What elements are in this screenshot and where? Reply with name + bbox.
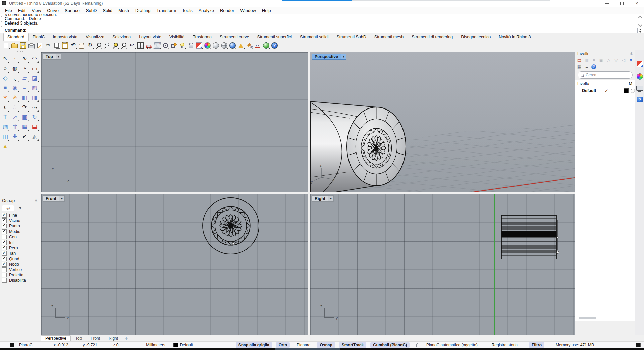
trim-tool-icon[interactable]: ◧	[20, 93, 30, 102]
cylinder-tool-icon[interactable]: ◒	[20, 83, 30, 93]
minimize-button[interactable]	[600, 0, 614, 7]
spray-tool-icon[interactable]: ▲	[0, 141, 10, 151]
osnap-option[interactable]: Disabilita	[2, 278, 40, 283]
status-item[interactable]: Filtro	[529, 342, 544, 348]
viewport-menu-icon[interactable]: ▼	[328, 195, 334, 202]
restore-button[interactable]	[614, 0, 629, 7]
close-button[interactable]: ×	[629, 0, 644, 7]
command-history[interactable]: 3 curves added to selection. Command: _D…	[5, 14, 635, 27]
right-canvas[interactable]	[310, 194, 575, 335]
osnap-gear-icon[interactable]: ✱	[34, 198, 38, 203]
viewport-tab[interactable]: Perspective	[41, 335, 71, 341]
zoom-extents-icon[interactable]	[119, 42, 127, 50]
shaded-viewport-icon[interactable]	[212, 42, 220, 50]
status-toggle[interactable]: Orto	[276, 342, 290, 348]
toolbar-tab[interactable]: Strumenti curve	[216, 33, 253, 41]
osnap-checkbox[interactable]	[2, 229, 7, 234]
properties-tab-icon[interactable]	[637, 73, 643, 80]
toolbar-tab[interactable]: Seleziona	[108, 33, 135, 41]
solid-edit-tool-icon[interactable]: ▧	[0, 122, 10, 132]
layers-icon[interactable]	[195, 42, 203, 50]
toolbar-tab[interactable]: Layout viste	[135, 33, 165, 41]
menu-item[interactable]: Solid	[100, 8, 115, 13]
fillet-tool-icon[interactable]: ◟	[10, 73, 20, 83]
osnap-checkbox[interactable]	[2, 251, 7, 256]
layer-row[interactable]: Default ✓	[575, 87, 635, 94]
toolbar-tab[interactable]: Strumenti solidi	[296, 33, 332, 41]
toolbar-tab[interactable]: Visibilità	[165, 33, 189, 41]
menu-item[interactable]: Tools	[179, 8, 195, 13]
extract-tool-icon[interactable]: ✳	[10, 93, 20, 102]
viewport-top-label[interactable]: Top ▼	[43, 54, 61, 60]
layer-menu-icon[interactable]: ≡	[584, 64, 589, 69]
point-marker[interactable]	[232, 243, 234, 245]
boolean-tool-icon[interactable]: ◐	[0, 102, 10, 112]
copy-tool-icon[interactable]: ▣	[20, 112, 30, 122]
layers-tab-icon[interactable]	[637, 61, 643, 67]
delete-layer-icon[interactable]: ✕	[591, 58, 597, 63]
viewport-perspective[interactable]: z x y Perspective ▼	[310, 52, 576, 192]
curved-surface-tool-icon[interactable]: ◪	[30, 73, 39, 83]
osnap-option[interactable]: Proietta	[2, 272, 40, 278]
new-sublayer-icon[interactable]: ▥	[584, 58, 589, 63]
filter-layers-icon[interactable]: ▼	[628, 58, 634, 63]
viewport-right[interactable]: Right ▼ z y	[310, 194, 576, 335]
point-cloud-tool-icon[interactable]: ∴	[10, 102, 20, 112]
wireframe-viewport-icon[interactable]	[220, 42, 228, 50]
menu-item[interactable]: Help	[259, 8, 274, 13]
status-toggle[interactable]: Planare	[294, 342, 313, 348]
osnap-option[interactable]: Punto	[2, 223, 40, 229]
status-item[interactable]: PianoC automatico (oggetto)	[424, 342, 480, 348]
osnap-option[interactable]: Int	[2, 240, 40, 245]
rotate-tool-icon[interactable]: ↻	[30, 112, 39, 122]
viewport-right-label[interactable]: Right ▼	[312, 195, 334, 202]
toolbar-tab[interactable]: Trasforma	[189, 33, 216, 41]
duplicate-layer-icon[interactable]: ▣	[599, 58, 604, 63]
check-tool-icon[interactable]: ✔	[20, 132, 30, 141]
osnap-checkbox[interactable]	[2, 218, 7, 223]
command-spinner[interactable]	[637, 28, 643, 33]
toolbar-tab[interactable]: Strumenti SubD	[333, 33, 370, 41]
annotation-square-icon[interactable]	[10, 343, 14, 347]
open-file-icon[interactable]	[10, 42, 18, 50]
viewport-front[interactable]: Front ▼ z x	[41, 194, 308, 335]
toolbar-tab[interactable]: Visualizza	[82, 33, 108, 41]
curve-tool-icon[interactable]: ∿	[20, 54, 30, 63]
split-tool-icon[interactable]: ◨	[30, 93, 39, 102]
save-icon[interactable]	[19, 42, 27, 50]
osnap-checkbox[interactable]	[2, 235, 7, 239]
scroll-up-icon[interactable]	[638, 16, 642, 20]
named-views-icon[interactable]	[145, 42, 153, 50]
zoom-window-icon[interactable]	[103, 42, 111, 50]
options-icon[interactable]	[245, 42, 253, 50]
front-canvas[interactable]	[41, 194, 308, 335]
menu-item[interactable]: Curve	[44, 8, 62, 13]
layer-search-input[interactable]: Cerca	[578, 71, 633, 79]
osnap-option[interactable]: Cen	[2, 234, 40, 240]
osnap-snaps-tab[interactable]: ◎	[2, 205, 14, 211]
viewport-top[interactable]: Top ▼ y x	[41, 52, 308, 192]
undo-icon[interactable]	[69, 42, 77, 50]
viewport-front-label[interactable]: Front ▼	[43, 195, 65, 202]
circle-tool-icon[interactable]: ○	[0, 63, 10, 73]
pan-icon[interactable]	[77, 42, 86, 50]
new-file-icon[interactable]	[2, 42, 10, 50]
primitives-tool-icon[interactable]: ◭	[30, 132, 39, 141]
osnap-option[interactable]: Tan	[2, 251, 40, 256]
osnap-settings-icon[interactable]	[170, 42, 178, 50]
add-viewport-icon[interactable]: ✛	[123, 336, 130, 341]
rotate-view-icon[interactable]	[86, 42, 94, 50]
help-tab-icon[interactable]: ?	[637, 97, 643, 102]
layers-gear-icon[interactable]: ✱	[630, 51, 633, 56]
zoom-selected-icon[interactable]	[111, 42, 119, 50]
display-tab-icon[interactable]	[636, 86, 643, 91]
patch-tool-icon[interactable]: ▨	[30, 83, 39, 93]
orient-tool-icon[interactable]: ✚	[10, 132, 20, 141]
osnap-checkbox[interactable]	[2, 262, 7, 267]
status-toggle[interactable]: Osnap	[317, 342, 335, 348]
cut-icon[interactable]	[44, 42, 52, 50]
copy-icon[interactable]	[52, 42, 60, 50]
viewport-menu-icon[interactable]: ▼	[56, 54, 61, 60]
rectangle-tool-icon[interactable]: ▭	[30, 63, 39, 73]
box-tool-icon[interactable]: ■	[0, 83, 10, 93]
